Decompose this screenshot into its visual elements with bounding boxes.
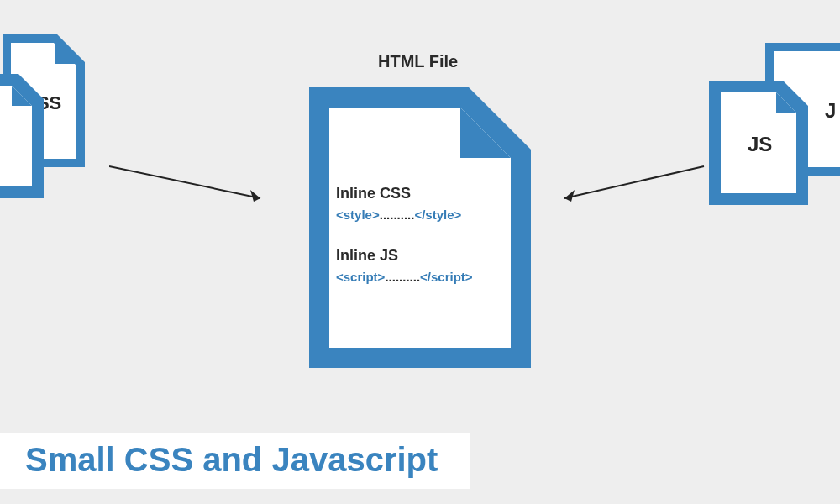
dots: ..........: [380, 207, 415, 222]
script-open-tag: <script>: [336, 270, 385, 284]
css-file-front: SS: [0, 69, 49, 203]
js-file-back-label: J: [825, 99, 836, 123]
caption-bar: Small CSS and Javascript: [0, 433, 470, 489]
arrow-left-to-center-icon: [109, 160, 277, 213]
dots-2: ..........: [385, 270, 420, 284]
svg-line-15: [564, 166, 704, 198]
style-open-tag: <style>: [336, 207, 380, 222]
svg-line-13: [109, 166, 260, 198]
svg-marker-1: [55, 39, 81, 64]
arrow-right-to-center-icon: [554, 160, 706, 213]
js-file-front: JS: [704, 76, 813, 210]
inline-js-code: <script>..........</script>: [336, 270, 521, 284]
html-file-content: Inline CSS <style>..........</style> Inl…: [336, 185, 521, 284]
inline-css-code: <style>..........</style>: [336, 207, 521, 222]
inline-js-label: Inline JS: [336, 247, 521, 265]
inline-css-label: Inline CSS: [336, 185, 521, 202]
html-file-title: HTML File: [378, 52, 458, 71]
script-close-tag: </script>: [420, 270, 473, 284]
js-file-front-label: JS: [748, 133, 772, 156]
style-close-tag: </style>: [414, 207, 461, 222]
